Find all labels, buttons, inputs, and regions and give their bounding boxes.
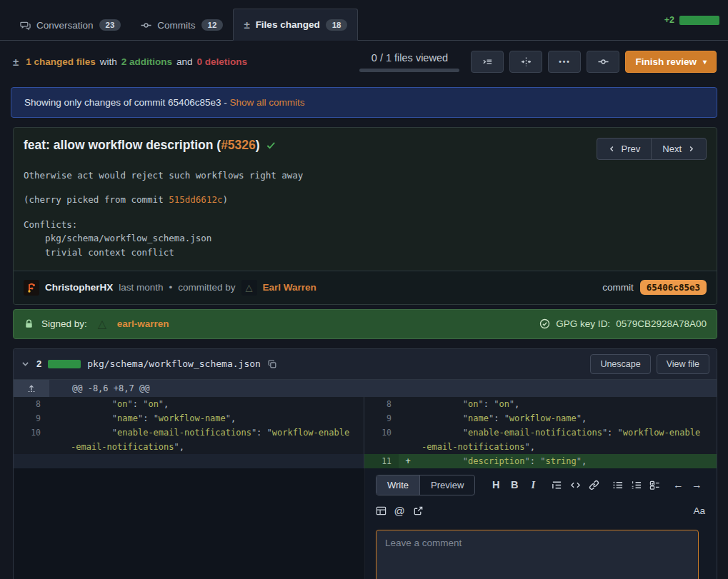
ellipsis-icon: •••: [559, 58, 571, 66]
quote-icon[interactable]: [547, 477, 566, 493]
preview-tab[interactable]: Preview: [419, 475, 474, 495]
heading-icon[interactable]: H: [487, 477, 505, 493]
next-commit-button[interactable]: Next: [651, 138, 707, 160]
diff-file-box: 2 pkg/schema/workflow_schema.json Unesca…: [13, 348, 717, 579]
file-header-actions: Unescape View file: [590, 354, 709, 374]
line-number[interactable]: 8: [14, 397, 48, 411]
commit-cherry-line: (cherry picked from commit 515dd6612c): [24, 193, 707, 206]
committed-by-label: committed by: [178, 282, 235, 293]
line-number[interactable]: 9: [364, 411, 399, 426]
editor-mode-tabs: Write Preview: [376, 475, 475, 495]
diff-pane-old: 8 "on": "on",9 "name": "workflow-name",1…: [14, 397, 364, 468]
diff-marker: +: [399, 454, 417, 468]
signer-avatar[interactable]: △: [94, 316, 110, 332]
gpg-key-value: 0579CB2928A78A00: [616, 318, 707, 329]
line-number[interactable]: 10: [14, 426, 48, 454]
tab-files-changed[interactable]: ± Files changed 18: [233, 9, 358, 41]
commit-body-line1: Otherwise act would reject such workflow…: [24, 168, 707, 182]
commit-message-body: Otherwise act would reject such workflow…: [14, 161, 717, 271]
split-view-button[interactable]: [509, 51, 542, 73]
redo-arrow-icon[interactable]: →: [687, 477, 706, 493]
editor-toolbar-row2: @ Aa: [376, 503, 708, 519]
commit-sha-badge[interactable]: 65406c85e3: [640, 280, 707, 295]
commit-select-button[interactable]: [587, 51, 619, 73]
commit-header: feat: allow workflow description (#5326)…: [14, 128, 717, 161]
undo-arrow-icon[interactable]: ←: [669, 477, 687, 493]
line-number[interactable]: 9: [14, 411, 48, 426]
reference-icon[interactable]: [409, 503, 427, 519]
text-size-toggle[interactable]: Aa: [693, 505, 705, 516]
chevron-left-icon: [608, 145, 616, 153]
verified-check-icon: [539, 318, 550, 329]
view-file-button[interactable]: View file: [657, 354, 709, 374]
diff-marker: [48, 426, 66, 454]
comment-input[interactable]: [376, 530, 699, 579]
italic-icon[interactable]: I: [524, 477, 542, 493]
gpg-key-label: GPG key ID:: [556, 318, 610, 329]
link-icon[interactable]: [584, 477, 603, 493]
task-list-icon[interactable]: [645, 477, 664, 493]
diff-line: 9 "name": "workflow-name",: [14, 411, 364, 426]
line-number[interactable]: 10: [364, 426, 399, 454]
files-viewed-progress: 0 / 1 files viewed: [359, 52, 459, 72]
file-path[interactable]: pkg/schema/workflow_schema.json: [87, 358, 261, 369]
author-name[interactable]: ChristopherHX: [45, 282, 113, 293]
line-number[interactable]: 8: [364, 397, 399, 411]
prev-commit-button[interactable]: Prev: [597, 138, 652, 160]
unescape-button[interactable]: Unescape: [590, 354, 650, 374]
commit-time: last month: [119, 282, 163, 293]
tab-commits[interactable]: Commits 12: [131, 10, 233, 40]
commit-label: commit: [602, 282, 634, 293]
signed-by-label: Signed by:: [41, 318, 87, 329]
diffstat-additions: +2: [664, 15, 674, 25]
diff-pane-new: 8 "on": "on",9 "name": "workflow-name",1…: [364, 397, 717, 468]
issue-link[interactable]: #5326: [221, 138, 256, 152]
signer-name[interactable]: earl-warren: [117, 318, 169, 329]
committer-avatar[interactable]: △: [241, 280, 257, 296]
mention-icon[interactable]: @: [390, 503, 409, 519]
diff-marker: [48, 454, 66, 468]
file-change-count: 2: [36, 358, 41, 369]
commit-icon: [598, 56, 609, 67]
code-content: "description": "string",: [417, 454, 703, 468]
diff-line-placeholder: [14, 454, 364, 468]
finish-review-button[interactable]: Finish review ▾: [625, 51, 717, 73]
bullet-list-icon[interactable]: [608, 477, 627, 493]
copy-path-icon[interactable]: [267, 359, 277, 369]
commit-conflicts-block: Conflicts: pkg/schema/workflow_schema.js…: [24, 218, 707, 259]
bold-icon[interactable]: B: [505, 477, 524, 493]
tab-commits-label: Commits: [157, 20, 195, 31]
more-options-button[interactable]: •••: [548, 51, 581, 73]
numbered-list-icon[interactable]: [627, 477, 645, 493]
commit-title: feat: allow workflow description (#5326): [24, 138, 597, 153]
diff-split-view: 8 "on": "on",9 "name": "workflow-name",1…: [14, 397, 717, 468]
pr-files-changed-page: Conversation 23 Commits 12 ± Files chang…: [0, 0, 728, 579]
split-view-icon: [521, 56, 532, 67]
committer-name[interactable]: Earl Warren: [263, 282, 316, 293]
table-icon[interactable]: [372, 503, 390, 519]
tab-conversation[interactable]: Conversation 23: [10, 10, 131, 40]
cherry-commit-link[interactable]: 515dd6612c: [169, 194, 222, 205]
commit-icon: [141, 20, 151, 31]
inline-comment-left-spacer: [14, 468, 365, 579]
author-avatar[interactable]: [24, 280, 39, 296]
unified-view-button[interactable]: [471, 51, 504, 73]
code-icon[interactable]: [566, 477, 584, 493]
code-content: "on": "on",: [66, 397, 352, 411]
write-tab[interactable]: Write: [377, 475, 419, 495]
pr-tab-bar: Conversation 23 Commits 12 ± Files chang…: [0, 0, 728, 41]
collapse-chevron-icon[interactable]: [21, 359, 30, 368]
code-content: "on": "on",: [417, 397, 703, 411]
tab-files-changed-label: Files changed: [256, 19, 320, 30]
banner-text: Showing only changes of commit 65406c85e…: [24, 97, 227, 108]
line-number: [14, 454, 48, 468]
file-diffstat-bar: [48, 360, 81, 368]
commit-status-check-icon[interactable]: [266, 140, 276, 151]
and-word: and: [176, 56, 193, 67]
expand-hunk-up-button[interactable]: [14, 380, 49, 397]
line-number[interactable]: 11: [364, 454, 399, 468]
commit-title-close: ): [256, 138, 260, 152]
dot-separator: •: [169, 282, 173, 293]
cherry-suffix: ): [222, 194, 228, 205]
show-all-commits-link[interactable]: Show all commits: [229, 97, 304, 108]
